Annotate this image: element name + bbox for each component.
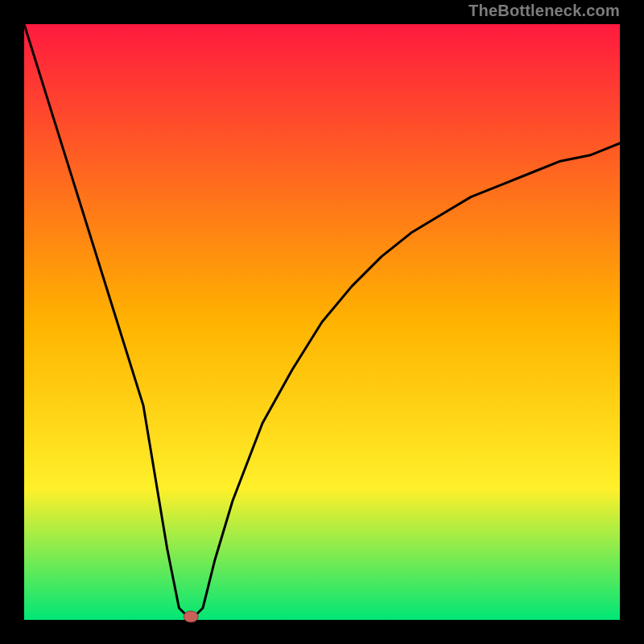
watermark-text: TheBottleneck.com — [469, 2, 620, 20]
chart-svg-layer — [24, 24, 620, 620]
bottleneck-curve-line — [24, 24, 620, 620]
optimal-point-marker — [184, 611, 198, 622]
chart-frame: TheBottleneck.com — [0, 0, 644, 644]
